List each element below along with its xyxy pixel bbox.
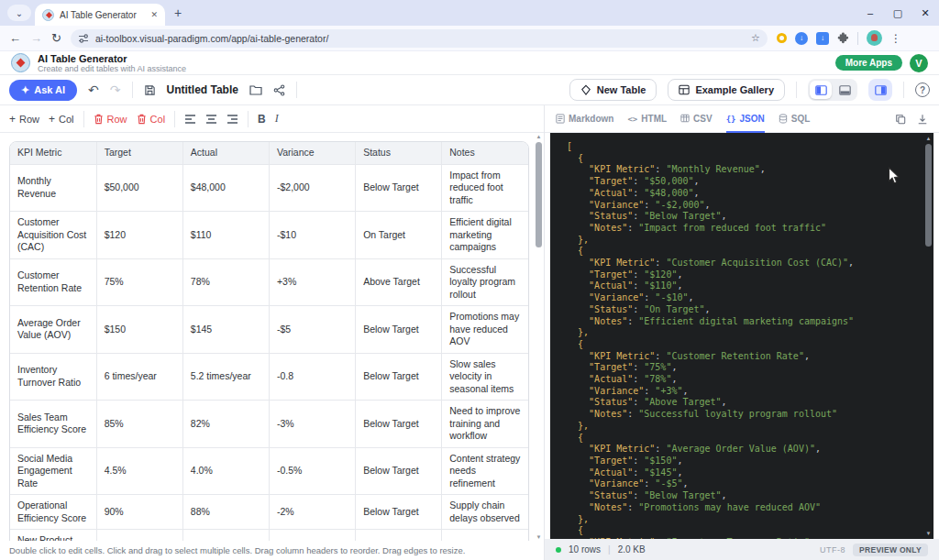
add-col-button[interactable]: + Col	[49, 113, 74, 126]
export-tab-html[interactable]: <>HTML	[627, 105, 667, 133]
table-cell[interactable]: Above Target	[356, 258, 442, 306]
undo-button[interactable]: ↶	[88, 83, 99, 96]
extensions-puzzle-icon[interactable]	[837, 32, 849, 44]
new-tab-button[interactable]: +	[174, 5, 182, 20]
ask-ai-button[interactable]: ✦ Ask AI	[9, 80, 77, 101]
table-cell[interactable]: $50,000	[96, 164, 182, 212]
window-maximize-button[interactable]: ▢	[884, 7, 911, 19]
bold-button[interactable]: B	[258, 113, 266, 126]
table-cell[interactable]: Customer Retention Rate	[10, 258, 96, 306]
scroll-up-icon[interactable]: ▲	[924, 136, 933, 141]
export-tab-sql[interactable]: SQL	[779, 105, 811, 133]
add-row-button[interactable]: + Row	[9, 113, 39, 126]
table-cell[interactable]: Below Target	[356, 164, 442, 212]
scroll-down-icon[interactable]: ▼	[924, 531, 933, 536]
scroll-down-icon[interactable]: ▼	[535, 534, 543, 540]
table-cell[interactable]: Slow sales velocity in seasonal items	[442, 353, 528, 401]
download-icon[interactable]	[917, 114, 928, 125]
table-cell[interactable]: Below Target	[356, 353, 442, 401]
table-cell[interactable]: 85%	[96, 401, 182, 448]
more-apps-button[interactable]: More Apps	[835, 55, 902, 71]
table-cell[interactable]: Operational Efficiency Score	[10, 495, 96, 530]
tab-search-button[interactable]: ⌄	[7, 5, 31, 21]
site-settings-icon[interactable]	[78, 33, 89, 44]
help-button[interactable]: ?	[915, 82, 930, 97]
table-cell[interactable]: $145	[182, 306, 269, 354]
table-cell[interactable]: 4.0%	[182, 447, 269, 495]
user-avatar[interactable]: V	[910, 54, 928, 72]
delete-col-button[interactable]: Col	[137, 114, 166, 125]
extension-ring-icon[interactable]	[777, 33, 787, 43]
table-cell[interactable]: +3%	[269, 258, 355, 306]
table-cell[interactable]: Need to improve training and workflow	[442, 401, 528, 448]
table-cell[interactable]: $48,000	[182, 164, 269, 212]
table-scrollbar[interactable]: ▲ ▼	[535, 134, 543, 540]
italic-button[interactable]: I	[275, 112, 279, 126]
table-cell[interactable]: $120	[96, 212, 182, 259]
profile-avatar[interactable]	[867, 30, 882, 46]
table-cell[interactable]: Average Order Value (AOV)	[10, 306, 96, 354]
table-cell[interactable]: 90%	[96, 495, 182, 530]
address-bar[interactable]: ai-toolbox.visual-paradigm.com/app/ai-ta…	[71, 29, 768, 48]
table-cell[interactable]: 6 times/year	[96, 353, 182, 401]
browser-tab-active[interactable]: AI Table Generator ✕	[35, 4, 165, 26]
split-view-button[interactable]	[810, 81, 832, 99]
export-tab-json[interactable]: {}JSON	[726, 105, 765, 133]
forward-button[interactable]: →	[30, 32, 42, 44]
align-center-button[interactable]	[205, 114, 217, 125]
bookmark-star-icon[interactable]: ☆	[751, 32, 760, 44]
table-cell[interactable]: -0.8	[269, 353, 355, 401]
new-table-button[interactable]: New Table	[569, 79, 657, 101]
browser-menu-icon[interactable]: ⋮	[890, 32, 901, 45]
table-cell[interactable]: Sales Team Efficiency Score	[10, 401, 96, 448]
table-cell[interactable]: $150	[96, 306, 182, 354]
scrollbar-thumb[interactable]	[536, 142, 542, 247]
table-cell[interactable]: 4.5%	[96, 447, 182, 495]
scrollbar-thumb[interactable]	[925, 144, 932, 247]
open-folder-icon[interactable]	[249, 84, 262, 95]
table-cell[interactable]: Inventory Turnover Ratio	[10, 353, 96, 401]
column-header[interactable]: Variance	[269, 142, 355, 164]
column-header[interactable]: Actual	[182, 142, 269, 164]
align-right-button[interactable]	[226, 114, 238, 125]
column-header[interactable]: KPI Metric	[10, 142, 96, 164]
share-icon[interactable]	[273, 84, 285, 96]
table-cell[interactable]: On Target	[356, 212, 442, 259]
column-header[interactable]: Status	[356, 142, 442, 164]
example-gallery-button[interactable]: Example Gallery	[668, 79, 785, 101]
table-cell[interactable]: 88%	[182, 495, 269, 530]
table-cell[interactable]: 78%	[182, 258, 269, 306]
reload-button[interactable]: ↻	[51, 32, 61, 44]
column-header[interactable]: Target	[96, 142, 182, 164]
table-cell[interactable]: -2%	[269, 495, 355, 530]
extension-download-square-icon[interactable]: ↓	[816, 32, 829, 45]
table-cell[interactable]: -$10	[269, 212, 355, 259]
document-title[interactable]: Untitled Table	[167, 83, 238, 96]
table-cell[interactable]: Below Target	[356, 401, 442, 448]
table-cell[interactable]: -0.5%	[269, 447, 355, 495]
table-cell[interactable]: Content strategy needs refinement	[442, 447, 528, 495]
export-tab-csv[interactable]: CSV	[680, 105, 713, 133]
table-cell[interactable]: Customer Acquisition Cost (CAC)	[10, 212, 96, 259]
back-button[interactable]: ←	[9, 32, 21, 44]
table-cell[interactable]: -3%	[269, 401, 355, 448]
align-left-button[interactable]	[184, 114, 196, 125]
table-cell[interactable]: Below Target	[356, 306, 442, 354]
table-cell[interactable]: Efficient digital marketing campaigns	[442, 212, 528, 259]
table-cell[interactable]: Supply chain delays observed	[442, 495, 528, 530]
table-cell[interactable]: Promotions may have reduced AOV	[442, 306, 528, 354]
column-header[interactable]: Notes	[442, 142, 528, 164]
table-cell[interactable]: 5.2 times/year	[182, 353, 269, 401]
window-close-button[interactable]: ✕	[911, 7, 939, 19]
scroll-up-icon[interactable]: ▲	[535, 134, 543, 139]
table-cell[interactable]: -$2,000	[269, 164, 355, 212]
table-cell[interactable]: Monthly Revenue	[10, 164, 96, 212]
table-cell[interactable]: 75%	[96, 258, 182, 306]
redo-button[interactable]: ↷	[110, 83, 121, 96]
window-minimize-button[interactable]: –	[856, 7, 884, 19]
code-scrollbar[interactable]: ▲ ▼	[924, 135, 933, 537]
table-cell[interactable]: Below Target	[356, 495, 442, 530]
delete-row-button[interactable]: Row	[94, 114, 127, 125]
table-cell[interactable]: Social Media Engagement Rate	[10, 447, 96, 495]
table-cell[interactable]: 82%	[182, 401, 269, 448]
